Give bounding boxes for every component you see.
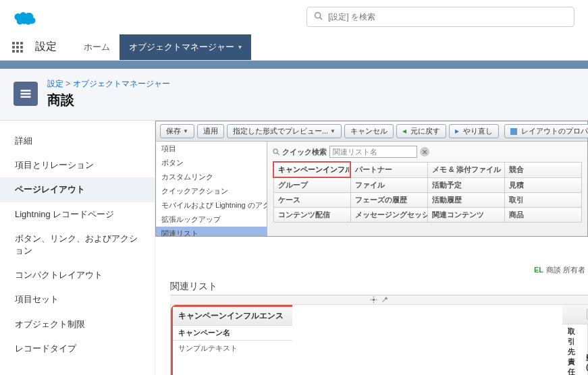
search-icon bbox=[273, 148, 280, 156]
sidebar: 詳細 項目とリレーション ページレイアウト Lightning レコードページ … bbox=[0, 121, 155, 375]
sidebar-item-compact-layouts[interactable]: コンパクトレイアウト bbox=[0, 263, 155, 287]
page-title: 商談 bbox=[47, 91, 170, 109]
apply-button[interactable]: 適用 bbox=[197, 124, 224, 138]
search-input[interactable] bbox=[328, 12, 567, 22]
gear-icon bbox=[370, 296, 377, 304]
grid-cases[interactable]: ケース bbox=[273, 193, 350, 208]
rl-cell-campaign: サンプルテキスト bbox=[173, 341, 292, 357]
global-search[interactable] bbox=[306, 7, 574, 27]
grid-competitors[interactable]: 競合 bbox=[504, 162, 581, 177]
sidebar-item-page-layouts[interactable]: ページレイアウト bbox=[0, 177, 155, 202]
nav-title: 設定 bbox=[35, 40, 57, 54]
grid-notes-attachments[interactable]: メモ & 添付ファイル bbox=[427, 162, 504, 177]
svg-point-5 bbox=[273, 149, 277, 153]
svg-point-0 bbox=[315, 13, 321, 18]
sidebar-item-record-types[interactable]: レコードタイプ bbox=[0, 337, 155, 361]
chevron-down-icon: ▾ bbox=[238, 43, 242, 51]
svg-rect-3 bbox=[21, 93, 31, 95]
layout-prop-icon bbox=[510, 128, 517, 135]
related-list-grid: キャンペーンインフルエンス パートナー メモ & 添付ファイル 競合 グループ … bbox=[273, 161, 582, 223]
tab-home[interactable]: ホーム bbox=[74, 34, 119, 60]
el-tag: EL bbox=[534, 266, 543, 274]
grid-campaign-influence[interactable]: キャンペーンインフルエンス bbox=[273, 162, 350, 177]
rl-title: キャンペーンインフルエンス bbox=[178, 310, 284, 322]
sidebar-item-fields[interactable]: 項目とリレーション bbox=[0, 153, 155, 177]
preview-as-button[interactable]: 指定した形式でプレビュー...▼ bbox=[227, 124, 342, 138]
grid-stage-history[interactable]: フェーズの履歴 bbox=[350, 193, 427, 208]
grid-files[interactable]: ファイル bbox=[350, 177, 427, 193]
save-button[interactable]: 保存▼ bbox=[160, 124, 194, 138]
quick-find-input[interactable] bbox=[329, 146, 417, 158]
related-list-section-title: 関連リスト bbox=[170, 281, 588, 293]
undo-button[interactable]: 元に戻す bbox=[396, 124, 446, 138]
app-launcher-icon[interactable] bbox=[12, 42, 23, 53]
editor-toolbar: 保存▼ 適用 指定した形式でプレビュー...▼ キャンセル 元に戻す やり直し … bbox=[156, 121, 587, 142]
palette-expanded-lookups[interactable]: 拡張ルックアップ bbox=[156, 212, 267, 227]
svg-rect-4 bbox=[21, 96, 31, 98]
palette-fields[interactable]: 項目 bbox=[156, 142, 267, 156]
tab-object-manager[interactable]: オブジェクトマネージャー ▾ bbox=[119, 34, 251, 60]
sidebar-item-field-sets[interactable]: 項目セット bbox=[0, 287, 155, 312]
redo-button[interactable]: やり直し bbox=[449, 124, 499, 138]
campaign-influence-related-list[interactable]: キャンペーンインフルエンス キャンペーン名 サンプルテキスト bbox=[171, 305, 292, 375]
sidebar-item-object-limits[interactable]: オブジェクト制限 bbox=[0, 312, 155, 337]
palette: 項目 ボタン カスタムリンク クイックアクション モバイルおよび Lightni… bbox=[156, 142, 267, 236]
palette-quick-actions[interactable]: クイックアクション bbox=[156, 184, 267, 198]
palette-custom-links[interactable]: カスタムリンク bbox=[156, 170, 267, 184]
grid-partner[interactable]: パートナー bbox=[350, 162, 427, 177]
salesforce-logo bbox=[14, 9, 36, 25]
palette-buttons[interactable]: ボタン bbox=[156, 156, 267, 170]
layout-properties-button[interactable]: レイアウトのプロパティ bbox=[504, 124, 588, 138]
breadcrumb: 設定 > オブジェクトマネージャー bbox=[47, 78, 170, 90]
rl-col-influence: 影響度 (%) bbox=[581, 324, 588, 375]
svg-point-7 bbox=[372, 298, 375, 301]
search-icon bbox=[314, 11, 323, 22]
breadcrumb-setup[interactable]: 設定 bbox=[47, 79, 63, 88]
palette-mobile-lightning[interactable]: モバイルおよび Lightning のアクション bbox=[156, 198, 267, 212]
svg-line-1 bbox=[320, 18, 322, 20]
grid-groups[interactable]: グループ bbox=[273, 177, 350, 193]
sidebar-item-lightning-pages[interactable]: Lightning レコードページ bbox=[0, 202, 155, 227]
grid-products[interactable]: 商品 bbox=[504, 208, 581, 223]
grid-quotes[interactable]: 見積 bbox=[504, 177, 581, 193]
quick-find-label: クイック検索 bbox=[273, 147, 327, 157]
rl-col-campaign: キャンペーン名 bbox=[173, 326, 292, 341]
grid-messaging-sessions[interactable]: メッセージングセッション bbox=[350, 208, 427, 223]
rl-col-contact: 取引先責任者名 bbox=[562, 324, 581, 375]
decorative-strip bbox=[0, 61, 588, 69]
owner-field: EL商談 所有者 bbox=[534, 266, 585, 274]
wrench-icon bbox=[381, 296, 389, 304]
breadcrumb-obj-mgr[interactable]: オブジェクトマネージャー bbox=[73, 79, 170, 88]
palette-related-lists[interactable]: 関連リスト bbox=[156, 227, 267, 236]
grid-activity-history[interactable]: 活動履歴 bbox=[427, 193, 504, 208]
grid-open-activities[interactable]: 活動予定 bbox=[427, 177, 504, 193]
tab-object-manager-label: オブジェクトマネージャー bbox=[129, 41, 234, 53]
svg-line-6 bbox=[277, 152, 279, 154]
svg-rect-2 bbox=[21, 90, 31, 92]
quick-find-clear[interactable]: ✕ bbox=[420, 147, 429, 156]
grid-content-deliveries[interactable]: コンテンツ配信 bbox=[273, 208, 350, 223]
grid-related-content[interactable]: 関連コンテンツ bbox=[427, 208, 504, 223]
sidebar-item-details[interactable]: 詳細 bbox=[0, 129, 155, 153]
sidebar-item-buttons-links[interactable]: ボタン、リンク、およびアクション bbox=[0, 227, 155, 263]
cancel-button[interactable]: キャンセル bbox=[344, 124, 394, 138]
section-controls[interactable] bbox=[170, 295, 588, 304]
grid-account[interactable]: 取引 bbox=[504, 193, 581, 208]
object-icon bbox=[14, 82, 38, 106]
